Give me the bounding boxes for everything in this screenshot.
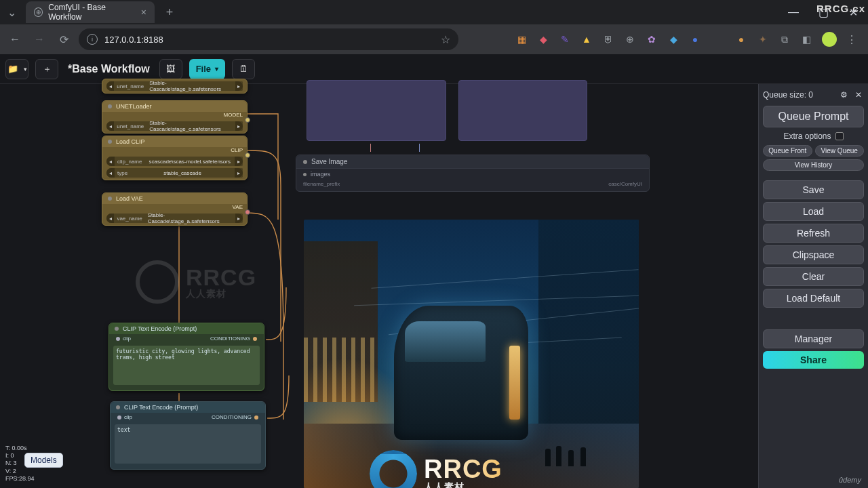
watermark-logo-icon [136, 260, 179, 304]
extra-options-label: Extra options [783, 131, 831, 141]
extension-icon-3[interactable]: ✎ [559, 33, 571, 45]
corner-watermark: RRCG.cx [816, 3, 865, 14]
watermark-text: RRCG [186, 266, 256, 289]
model-port-label: MODEL [102, 112, 247, 119]
image-button[interactable]: 🖼 [159, 59, 182, 79]
url-text: 127.0.0.1:8188 [104, 35, 163, 45]
clip-name-row[interactable]: ◂ clip_name scascade\scas-model.safetens… [106, 157, 243, 166]
filename-prefix-value[interactable]: casc/ComfyUI [608, 181, 642, 187]
prompt2-conditioning-output-socket[interactable] [254, 415, 258, 420]
vae-output-socket[interactable] [245, 209, 250, 215]
save-image-title: Save Image [311, 158, 347, 165]
minimize-button[interactable]: ― [778, 0, 808, 24]
queue-size-label: Queue size: 0 [763, 90, 813, 100]
save-button[interactable]: Save [763, 180, 864, 199]
prompt2-title: CLIP Text Encode (Prompt) [124, 404, 198, 411]
extension-icon-12[interactable]: ✦ [757, 33, 769, 45]
negative-prompt-textarea[interactable] [115, 424, 261, 464]
browser-tab[interactable]: ⊕ ComfyUI - Base Workflow × [26, 1, 155, 23]
new-tab-button[interactable]: + [160, 3, 179, 22]
queue-front-button[interactable]: Queue Front [763, 145, 812, 157]
settings-icon[interactable]: ⚙ [838, 89, 849, 100]
clip-text-encode-positive[interactable]: CLIP Text Encode (Prompt) clip CONDITION… [108, 323, 264, 391]
load-vae-title: Load VAE [116, 195, 143, 202]
prompt1-title: CLIP Text Encode (Prompt) [123, 325, 197, 332]
load-clip-title: Load CLIP [116, 138, 145, 145]
extra-options-checkbox[interactable] [835, 132, 844, 140]
control-sidebar: Queue size: 0 ⚙ ✕ Queue Prompt Extra opt… [758, 84, 868, 488]
preview-slot-1 [307, 80, 446, 141]
tab-title: ComfyUI - Base Workflow [48, 3, 136, 22]
reload-button[interactable]: ⟳ [54, 30, 73, 49]
extension-icon-7[interactable]: ✿ [646, 33, 658, 45]
clip-output-socket[interactable] [245, 152, 250, 158]
unet-param-row[interactable]: ◂ unet_name Stable-Cascade\stage_c.safet… [106, 121, 243, 131]
extension-icon-4[interactable]: ▲ [580, 33, 593, 45]
manager-button[interactable]: Manager [763, 329, 864, 348]
folder-button[interactable]: 📁▾ [5, 59, 28, 79]
prompt1-clip-input-socket[interactable] [116, 337, 120, 341]
preview-slot-2 [458, 80, 587, 141]
profile-avatar[interactable] [822, 32, 837, 47]
images-input-label: images [311, 171, 330, 178]
udemy-watermark: ûdemy [839, 476, 861, 484]
share-button[interactable]: Share [763, 351, 864, 369]
load-button[interactable]: Load [763, 202, 864, 221]
watermark-subtext: 人人素材 [186, 289, 256, 298]
preview-handle-2 [419, 144, 420, 152]
extension-icon-6[interactable]: ⊕ [624, 33, 636, 45]
clip-text-encode-negative[interactable]: CLIP Text Encode (Prompt) clip CONDITION… [110, 401, 266, 470]
save-image-node[interactable]: Save Image images filename_prefix casc/C… [296, 155, 650, 192]
prompt2-clip-input-socket[interactable] [117, 415, 121, 420]
positive-prompt-textarea[interactable] [113, 346, 260, 385]
clip-port-label: CLIP [102, 147, 247, 155]
sidepanel-icon[interactable]: ◧ [800, 33, 812, 45]
forward-button[interactable]: → [30, 30, 49, 49]
clear-button[interactable]: Clear [763, 267, 864, 286]
add-button[interactable]: ＋ [35, 59, 58, 79]
unet-loader-node[interactable]: UNETLoader MODEL ◂ unet_name Stable-Casc… [102, 100, 248, 134]
unet0-param-row[interactable]: ◂ unet_name Stable-Cascade\stage_b.safet… [106, 81, 243, 91]
close-tab-icon[interactable]: × [141, 7, 146, 18]
browser-menu-icon[interactable]: ⋮ [846, 33, 857, 46]
bookmark-icon[interactable]: ☆ [441, 33, 450, 46]
save-icon-button[interactable]: 🗓 [232, 59, 255, 79]
clip-type-row[interactable]: ◂ type stable_cascade ▸ [106, 168, 243, 178]
vae-port-label: VAE [102, 204, 247, 211]
load-clip-node[interactable]: Load CLIP CLIP ◂ clip_name scascade\scas… [102, 136, 248, 180]
close-sidebar-icon[interactable]: ✕ [853, 89, 864, 100]
view-queue-button[interactable]: View Queue [815, 145, 865, 157]
filename-prefix-label: filename_prefix [303, 181, 340, 187]
tab-list-dropdown[interactable]: ⌄ [0, 0, 23, 24]
address-bar[interactable]: i 127.0.0.1:8188 ☆ [79, 28, 458, 50]
file-menu-button[interactable]: File▾ [189, 59, 225, 79]
models-chip[interactable]: Models [24, 453, 63, 468]
prompt1-conditioning-output-socket[interactable] [253, 337, 257, 341]
view-history-button[interactable]: View History [763, 159, 864, 171]
globe-icon: ⊕ [34, 7, 43, 17]
queue-prompt-button[interactable]: Queue Prompt [763, 106, 864, 127]
vae-name-row[interactable]: ◂ vae_name Stable-Cascade\stage_a.safete… [106, 214, 243, 223]
back-button[interactable]: ← [5, 30, 24, 49]
extension-icon-8[interactable]: ◆ [667, 33, 679, 45]
refresh-button[interactable]: Refresh [763, 224, 864, 243]
model-output-socket[interactable] [245, 117, 250, 123]
extension-icon-9[interactable]: ● [689, 33, 701, 45]
extension-icon-5[interactable]: ⛨ [602, 33, 614, 45]
load-vae-node[interactable]: Load VAE VAE ◂ vae_name Stable-Cascade\s… [102, 192, 248, 226]
extension-icon-11[interactable]: ● [735, 33, 747, 45]
workflow-title: *Base Workflow [65, 63, 153, 75]
generated-image-preview[interactable] [304, 220, 639, 488]
node-canvas[interactable]: ◂ unet_name Stable-Cascade\stage_b.safet… [0, 84, 868, 488]
site-info-icon[interactable]: i [87, 34, 98, 45]
extensions-menu-icon[interactable]: ⧉ [778, 33, 791, 45]
load-default-button[interactable]: Load Default [763, 289, 864, 308]
clipspace-button[interactable]: Clipspace [763, 245, 864, 264]
extension-icon-2[interactable]: ◆ [537, 33, 549, 45]
unet-loader-title: UNETLoader [116, 103, 152, 110]
extension-icon-10[interactable] [711, 33, 726, 45]
extension-icon-1[interactable]: ▦ [515, 33, 528, 45]
preview-handle-1 [370, 144, 371, 152]
